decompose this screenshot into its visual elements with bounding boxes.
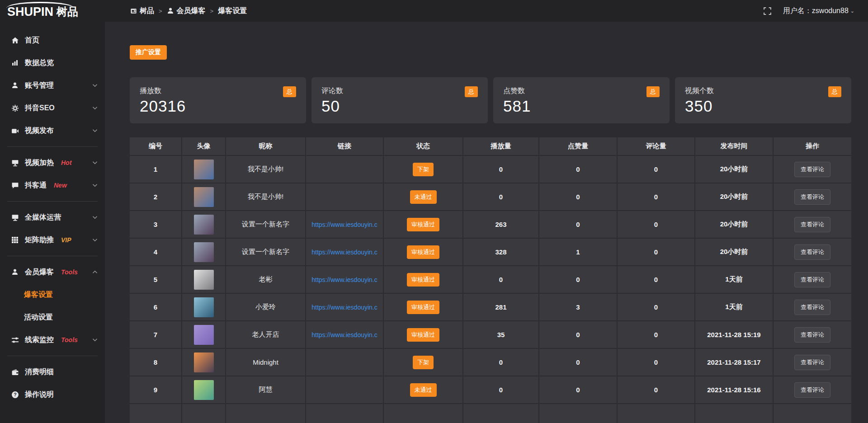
sidebar-item-lead-monitor[interactable]: 线索监控Tools <box>0 329 105 351</box>
status-badge[interactable]: 审核通过 <box>407 273 439 287</box>
sidebar-item-matrix-boost[interactable]: 矩阵助推VIP <box>0 229 105 251</box>
cell-link <box>306 404 384 423</box>
status-badge[interactable]: 下架 <box>413 163 434 176</box>
cell-link: https://www.iesdouyin.c <box>306 266 384 294</box>
sidebar-item-badge: Hot <box>61 159 71 166</box>
column-header: 评论量 <box>618 137 695 156</box>
column-header: 操作 <box>774 137 851 156</box>
cell-nickname: 我不是小帅! <box>226 156 306 183</box>
sidebar-nav: 首页数据总览账号管理抖音SEO视频发布视频加热Hot抖客通New全媒体运营矩阵助… <box>0 24 105 406</box>
breadcrumb-item-2[interactable]: 会员爆客 <box>167 6 206 16</box>
view-comments-button[interactable]: 查看评论 <box>794 355 830 370</box>
sidebar-divider <box>7 356 98 356</box>
account-link[interactable]: https://www.iesdouyin.c <box>311 276 377 283</box>
table-row: 8Midnight下架0002021-11-28 15:17查看评论 <box>130 349 851 376</box>
status-badge[interactable]: 审核通过 <box>407 328 439 342</box>
cell-comments: 0 <box>618 349 695 376</box>
cell-likes: 0 <box>539 376 618 404</box>
cell-likes: 0 <box>539 211 618 239</box>
user-menu[interactable]: 用户名：zswodun88 ⌄ <box>783 6 854 16</box>
total-badge: 总 <box>646 86 660 97</box>
cell-id: 8 <box>130 349 182 376</box>
cell-publish-time: 20小时前 <box>695 211 774 239</box>
view-comments-button[interactable]: 查看评论 <box>794 244 830 260</box>
view-comments-button[interactable]: 查看评论 <box>794 327 830 343</box>
cell-comments: 0 <box>618 294 695 321</box>
cell-link <box>306 156 384 183</box>
view-comments-button[interactable]: 查看评论 <box>794 382 830 398</box>
monitor-icon <box>11 213 19 221</box>
cell-avatar <box>182 321 226 349</box>
sidebar-item-home[interactable]: 首页 <box>0 29 105 52</box>
account-link[interactable]: https://www.iesdouyin.c <box>311 304 377 311</box>
breadcrumb-item-3: 爆客设置 <box>218 6 247 16</box>
status-badge[interactable]: 下架 <box>413 356 434 369</box>
cell-status <box>384 404 463 423</box>
cell-action: 查看评论 <box>774 294 851 321</box>
breadcrumb-item-1[interactable]: 树品 <box>130 6 154 16</box>
cell-comments: 0 <box>618 183 695 211</box>
stat-card: 播放数20316总 <box>130 77 306 123</box>
sidebar-subitem-baoke-settings[interactable]: 爆客设置 <box>0 283 105 306</box>
stat-label: 视频个数 <box>685 86 841 96</box>
cell-id: 4 <box>130 239 182 266</box>
cell-status: 未通过 <box>384 376 463 404</box>
accounts-table: 编号头像昵称链接状态播放量点赞量评论量发布时间操作 1我不是小帅!下架00020… <box>130 137 851 423</box>
grid-icon <box>11 236 19 244</box>
chevron-down-icon <box>92 127 98 134</box>
cell-avatar <box>182 294 226 321</box>
sidebar-item-label: 账号管理 <box>25 81 54 90</box>
sidebar-item-member-baoke[interactable]: 会员爆客Tools <box>0 261 105 283</box>
sidebar-item-consumption-detail[interactable]: 消费明细 <box>0 361 105 383</box>
sidebar-item-data-overview[interactable]: 数据总览 <box>0 52 105 74</box>
svg-text:?: ? <box>14 392 16 397</box>
cell-comments: 0 <box>618 376 695 404</box>
chevron-up-icon <box>92 269 98 275</box>
sidebar-item-douyin-seo[interactable]: 抖音SEO <box>0 97 105 119</box>
account-link[interactable]: https://www.iesdouyin.c <box>311 249 377 256</box>
account-link[interactable]: https://www.iesdouyin.c <box>311 221 377 228</box>
cell-id: 2 <box>130 183 182 211</box>
cell-link: https://www.iesdouyin.c <box>306 211 384 239</box>
sidebar-item-account-management[interactable]: 账号管理 <box>0 74 105 97</box>
cell-nickname: 设置一个新名字 <box>226 239 306 266</box>
view-comments-button[interactable]: 查看评论 <box>794 162 830 177</box>
chevron-down-icon <box>92 337 98 343</box>
status-badge[interactable]: 未通过 <box>410 190 437 204</box>
status-badge[interactable]: 审核通过 <box>407 301 439 314</box>
member-icon <box>11 268 19 276</box>
sidebar-item-video-publish[interactable]: 视频发布 <box>0 119 105 142</box>
stat-value: 20316 <box>140 97 296 115</box>
stat-card: 点赞数581总 <box>493 77 670 123</box>
cell-nickname: Midnight <box>226 349 306 376</box>
cell-publish-time: 2021-11-28 15:17 <box>695 349 774 376</box>
avatar <box>194 215 214 235</box>
cell-status: 未通过 <box>384 183 463 211</box>
cell-likes: 0 <box>539 349 618 376</box>
cell-status: 审核通过 <box>384 294 463 321</box>
view-comments-button[interactable]: 查看评论 <box>794 217 830 232</box>
logo-text-en: SHUPIN <box>7 5 53 19</box>
status-badge[interactable]: 审核通过 <box>407 245 439 259</box>
status-badge[interactable]: 审核通过 <box>407 218 439 231</box>
main-area: 树品>会员爆客>爆客设置 用户名：zswodun88 ⌄ 推广设置 播放数203… <box>105 0 868 423</box>
sidebar-item-label: 全媒体运营 <box>25 213 61 222</box>
sidebar-subitem-activity-settings[interactable]: 活动设置 <box>0 306 105 329</box>
sidebar-item-all-media-operation[interactable]: 全媒体运营 <box>0 206 105 229</box>
cell-likes <box>539 404 618 423</box>
sidebar-item-video-heat[interactable]: 视频加热Hot <box>0 151 105 174</box>
fullscreen-icon[interactable] <box>764 7 771 15</box>
sidebar-subitem-label: 活动设置 <box>24 313 53 322</box>
sidebar-item-douketong[interactable]: 抖客通New <box>0 174 105 197</box>
stat-card: 评论数50总 <box>311 77 488 123</box>
cell-avatar <box>182 183 226 211</box>
view-comments-button[interactable]: 查看评论 <box>794 272 830 287</box>
sidebar-item-operation-guide[interactable]: ?操作说明 <box>0 383 105 406</box>
cell-id <box>130 404 182 423</box>
account-link[interactable]: https://www.iesdouyin.c <box>311 331 377 338</box>
view-comments-button[interactable]: 查看评论 <box>794 300 830 315</box>
view-comments-button[interactable]: 查看评论 <box>794 189 830 205</box>
chevron-down-icon <box>92 82 98 89</box>
status-badge[interactable]: 未通过 <box>410 383 437 397</box>
promotion-settings-button[interactable]: 推广设置 <box>130 45 167 60</box>
